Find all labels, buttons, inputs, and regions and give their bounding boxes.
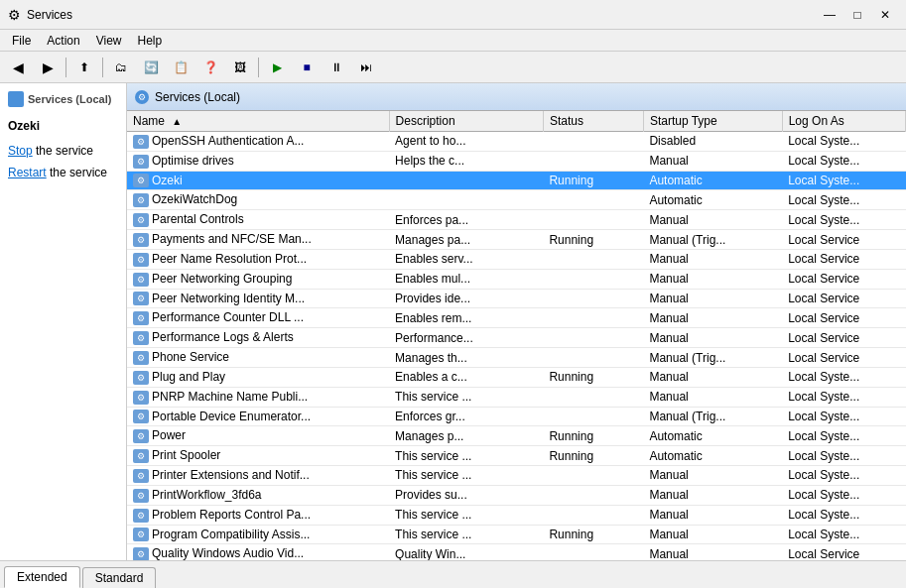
stop-service-link[interactable]: Stop — [8, 144, 33, 158]
right-panel: ⚙ Services (Local) Name ▲ Description — [127, 83, 906, 560]
service-startup-cell: Manual — [643, 289, 782, 308]
service-name-cell: ⚙Peer Name Resolution Prot... — [127, 249, 389, 269]
service-status-cell — [543, 466, 643, 486]
service-row-icon: ⚙ — [133, 489, 149, 503]
toolbar-show-hide[interactable]: 🗂 — [107, 55, 135, 80]
table-row[interactable]: ⚙Peer Networking GroupingEnables mul...M… — [127, 269, 906, 289]
service-name-cell: ⚙Phone Service — [127, 348, 389, 368]
menu-action[interactable]: Action — [39, 32, 87, 50]
table-row[interactable]: ⚙Peer Name Resolution Prot...Enables ser… — [127, 249, 906, 269]
service-name-cell: ⚙Ozeki — [127, 171, 389, 190]
service-desc-cell: Manages pa... — [389, 230, 543, 250]
service-status-cell: Running — [543, 446, 643, 466]
col-header-startup-type[interactable]: Startup Type — [643, 111, 782, 132]
menu-file[interactable]: File — [4, 32, 39, 50]
service-name-cell: ⚙OpenSSH Authentication A... — [127, 132, 389, 152]
service-logon-cell: Local Syste... — [782, 407, 905, 426]
service-status-cell: Running — [543, 230, 643, 250]
toolbar-restart[interactable]: ⏭ — [352, 55, 380, 80]
table-row[interactable]: ⚙OzekiRunningAutomaticLocal Syste... — [127, 171, 906, 190]
service-row-icon: ⚙ — [133, 528, 149, 541]
toolbar-back[interactable]: ◀ — [4, 55, 32, 80]
toolbar-stop[interactable]: ■ — [293, 55, 321, 80]
service-status-cell — [543, 407, 643, 426]
toolbar-properties[interactable]: 🖼 — [226, 55, 254, 80]
service-name-cell: ⚙PNRP Machine Name Publi... — [127, 387, 389, 407]
service-desc-cell: This service ... — [389, 505, 543, 525]
minimize-button[interactable]: — — [817, 4, 842, 26]
tab-standard[interactable]: Standard — [82, 567, 157, 588]
table-row[interactable]: ⚙Problem Reports Control Pa...This servi… — [127, 505, 906, 525]
service-row-icon: ⚙ — [133, 193, 149, 207]
tab-extended[interactable]: Extended — [4, 566, 80, 588]
service-desc-cell — [389, 171, 543, 190]
service-logon-cell: Local Service — [782, 328, 905, 348]
service-startup-cell: Manual — [643, 505, 782, 525]
table-row[interactable]: ⚙PrintWorkflow_3fd6aProvides su...Manual… — [127, 485, 906, 505]
service-logon-cell: Local Syste... — [782, 426, 905, 446]
col-header-name[interactable]: Name ▲ — [127, 111, 389, 132]
table-row[interactable]: ⚙Peer Networking Identity M...Provides i… — [127, 289, 906, 308]
table-row[interactable]: ⚙Performance Logs & AlertsPerformance...… — [127, 328, 906, 348]
table-row[interactable]: ⚙Phone ServiceManages th...Manual (Trig.… — [127, 348, 906, 368]
services-table-container[interactable]: Name ▲ Description Status Startup Type — [127, 111, 906, 560]
col-header-description[interactable]: Description — [389, 111, 543, 132]
service-logon-cell: Local Syste... — [782, 387, 905, 407]
app-icon: ⚙ — [8, 7, 21, 23]
table-row[interactable]: ⚙OzekiWatchDogAutomaticLocal Syste... — [127, 190, 906, 210]
service-status-cell — [543, 308, 643, 328]
table-row[interactable]: ⚙Performance Counter DLL ...Enables rem.… — [127, 308, 906, 328]
service-status-cell: Running — [543, 171, 643, 190]
toolbar-up[interactable]: ⬆ — [70, 55, 98, 80]
service-desc-cell: This service ... — [389, 525, 543, 544]
service-desc-cell: This service ... — [389, 387, 543, 407]
service-logon-cell: Local Service — [782, 348, 905, 368]
right-header: ⚙ Services (Local) — [127, 83, 906, 111]
service-name-cell: ⚙Performance Counter DLL ... — [127, 308, 389, 328]
service-startup-cell: Manual — [643, 387, 782, 407]
service-startup-cell: Manual — [643, 485, 782, 505]
left-panel-header: Services (Local) — [8, 91, 118, 107]
menu-help[interactable]: Help — [130, 32, 171, 50]
close-button[interactable]: ✕ — [872, 4, 898, 26]
service-row-icon: ⚙ — [133, 292, 149, 305]
toolbar-forward[interactable]: ▶ — [34, 55, 62, 80]
toolbar-refresh[interactable]: 🔄 — [137, 55, 165, 80]
window-controls: — □ ✕ — [817, 4, 898, 26]
table-row[interactable]: ⚙PNRP Machine Name Publi...This service … — [127, 387, 906, 407]
service-startup-cell: Automatic — [643, 190, 782, 210]
toolbar-pause[interactable]: ⏸ — [323, 55, 350, 80]
col-header-status[interactable]: Status — [543, 111, 643, 132]
service-name-cell: ⚙Portable Device Enumerator... — [127, 407, 389, 426]
table-row[interactable]: ⚙Program Compatibility Assis...This serv… — [127, 525, 906, 544]
table-row[interactable]: ⚙Quality Windows Audio Vid...Quality Win… — [127, 544, 906, 560]
service-name-cell: ⚙Parental Controls — [127, 210, 389, 230]
table-row[interactable]: ⚙Optimise drivesHelps the c...ManualLoca… — [127, 151, 906, 171]
restart-service-link[interactable]: Restart — [8, 166, 47, 179]
service-desc-cell: Enables serv... — [389, 249, 543, 269]
menu-view[interactable]: View — [88, 32, 130, 50]
table-row[interactable]: ⚙Plug and PlayEnables a c...RunningManua… — [127, 367, 906, 387]
toolbar-export[interactable]: 📋 — [167, 55, 194, 80]
table-row[interactable]: ⚙OpenSSH Authentication A...Agent to ho.… — [127, 132, 906, 152]
service-logon-cell: Local Syste... — [782, 485, 905, 505]
service-name-cell: ⚙Print Spooler — [127, 446, 389, 466]
service-status-cell — [543, 269, 643, 289]
col-header-log-on-as[interactable]: Log On As — [782, 111, 905, 132]
table-row[interactable]: ⚙Printer Extensions and Notif...This ser… — [127, 466, 906, 486]
table-row[interactable]: ⚙Parental ControlsEnforces pa...ManualLo… — [127, 210, 906, 230]
table-row[interactable]: ⚙PowerManages p...RunningAutomaticLocal … — [127, 426, 906, 446]
service-actions: Stop the service Restart the service — [8, 141, 118, 183]
table-row[interactable]: ⚙Portable Device Enumerator...Enforces g… — [127, 407, 906, 426]
table-row[interactable]: ⚙Print SpoolerThis service ...RunningAut… — [127, 446, 906, 466]
service-row-icon: ⚙ — [133, 233, 149, 247]
service-desc-cell: This service ... — [389, 446, 543, 466]
table-row[interactable]: ⚙Payments and NFC/SE Man...Manages pa...… — [127, 230, 906, 250]
service-logon-cell: Local Syste... — [782, 210, 905, 230]
service-status-cell — [543, 544, 643, 560]
service-status-cell — [543, 132, 643, 152]
toolbar-start[interactable]: ▶ — [263, 55, 291, 80]
toolbar-help[interactable]: ❓ — [196, 55, 224, 80]
menu-bar: File Action View Help — [0, 30, 906, 52]
maximize-button[interactable]: □ — [844, 4, 870, 26]
